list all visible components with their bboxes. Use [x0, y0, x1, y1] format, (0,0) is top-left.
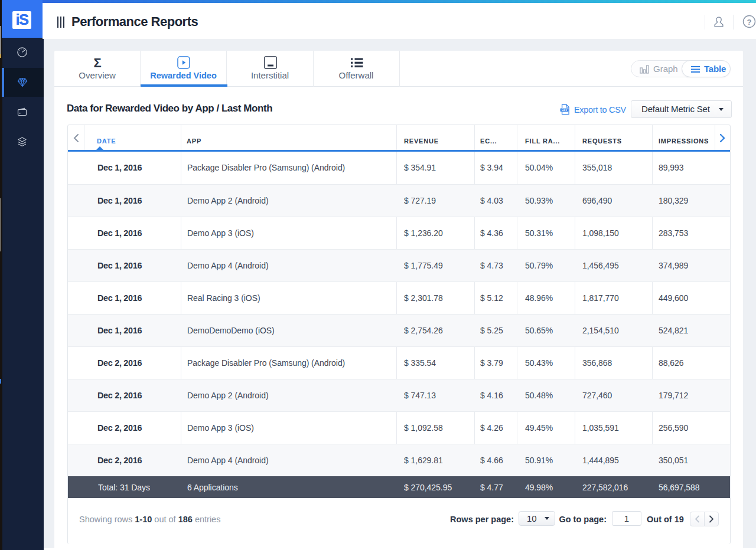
svg-text:CSV: CSV — [562, 109, 568, 112]
svg-text:Σ: Σ — [93, 56, 101, 69]
svg-text:?: ? — [747, 18, 752, 27]
